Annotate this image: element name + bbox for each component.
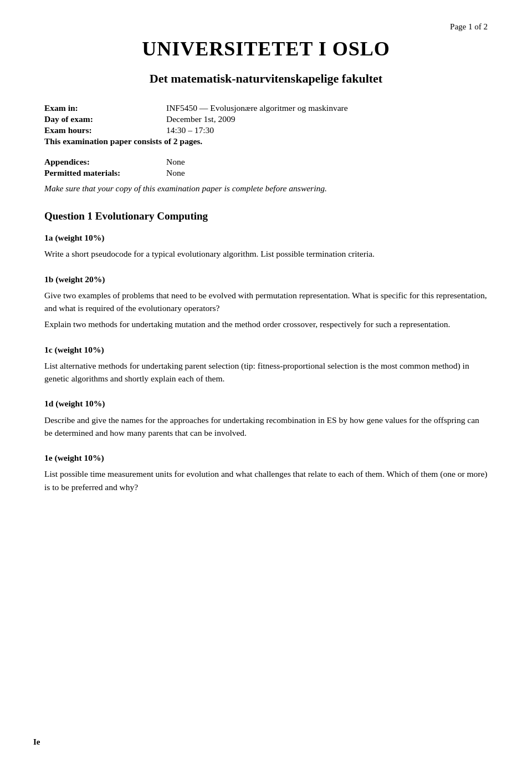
- exam-in-value: INF5450 — Evolusjonære algoritmer og mas…: [166, 103, 488, 114]
- q1b-label: 1b (weight 20%): [44, 274, 105, 284]
- q1a-label: 1a (weight 10%): [44, 233, 105, 242]
- permitted-value: None: [166, 168, 185, 178]
- hours-row: Exam hours: 14:30 – 17:30: [44, 125, 488, 136]
- exam-info-table: Exam in: INF5450 — Evolusjonære algoritm…: [44, 103, 488, 147]
- exam-in-label: Exam in:: [44, 103, 166, 114]
- paper-label: This examination paper consists of 2 pag…: [44, 136, 488, 147]
- hours-value: 14:30 – 17:30: [166, 125, 488, 136]
- permitted-label: Permitted materials:: [44, 168, 166, 178]
- appendices-value: None: [166, 157, 185, 167]
- sub-title: Det matematisk-naturvitenskapelige fakul…: [44, 72, 488, 86]
- q1a-first-line: 1a (weight 10%): [44, 231, 488, 244]
- q1e-text: List possible time measurement units for…: [44, 467, 488, 493]
- q1b-extra: Explain two methods for undertaking muta…: [44, 318, 488, 330]
- q1d-text: Describe and give the names for the appr…: [44, 414, 488, 440]
- main-title: UNIVERSITETET I OSLO: [44, 37, 488, 60]
- permitted-row: Permitted materials: None: [44, 168, 488, 178]
- appendices-row: Appendices: None: [44, 157, 488, 167]
- question-1d: 1d (weight 10%) Describe and give the na…: [44, 397, 488, 439]
- question1-title: Question 1 Evolutionary Computing: [44, 210, 488, 222]
- appendices-section: Appendices: None Permitted materials: No…: [44, 157, 488, 178]
- bottom-page-label: Ie: [33, 737, 40, 747]
- q1d-label: 1d (weight 10%): [44, 399, 105, 408]
- q1c-text: List alternative methods for undertaking…: [44, 359, 488, 385]
- hours-label: Exam hours:: [44, 125, 166, 136]
- q1b-text: Give two examples of problems that need …: [44, 289, 488, 315]
- question-1b: 1b (weight 20%) Give two examples of pro…: [44, 273, 488, 331]
- q1c-label: 1c (weight 10%): [44, 345, 104, 354]
- question-1c: 1c (weight 10%) List alternative methods…: [44, 343, 488, 385]
- question-1e: 1e (weight 10%) List possible time measu…: [44, 451, 488, 493]
- q1b-first-line: 1b (weight 20%): [44, 273, 488, 286]
- q1a-text: Write a short pseudocode for a typical e…: [44, 247, 488, 260]
- day-row: Day of exam: December 1st, 2009: [44, 114, 488, 125]
- q1e-label: 1e (weight 10%): [44, 453, 104, 462]
- page-number: Page 1 of 2: [44, 22, 488, 32]
- q1d-first-line: 1d (weight 10%): [44, 397, 488, 410]
- question-1a: 1a (weight 10%) Write a short pseudocode…: [44, 231, 488, 261]
- paper-row: This examination paper consists of 2 pag…: [44, 136, 488, 147]
- make-sure-text: Make sure that your copy of this examina…: [44, 184, 488, 193]
- q1c-first-line: 1c (weight 10%): [44, 343, 488, 356]
- day-value: December 1st, 2009: [166, 114, 488, 125]
- q1e-first-line: 1e (weight 10%): [44, 451, 488, 464]
- appendices-label: Appendices:: [44, 157, 166, 167]
- day-label: Day of exam:: [44, 114, 166, 125]
- exam-in-row: Exam in: INF5450 — Evolusjonære algoritm…: [44, 103, 488, 114]
